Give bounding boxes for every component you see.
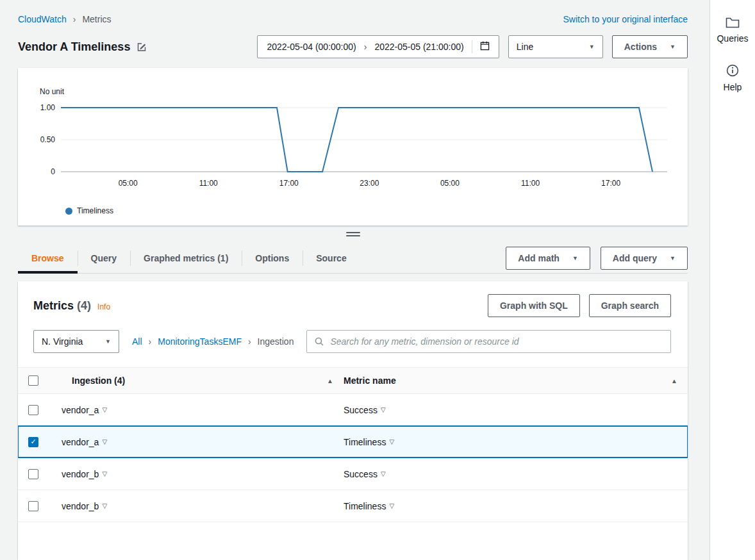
title-row: Vendor A Timeliness 2022-05-04 (00:00:00…	[18, 35, 688, 59]
sort-asc-icon[interactable]: ▲	[671, 377, 677, 384]
svg-text:17:00: 17:00	[601, 179, 620, 188]
row-dimension-cell: vendor_b▽	[54, 469, 344, 479]
row-checkbox-cell: ✓	[18, 437, 54, 447]
filter-caret-icon[interactable]: ▽	[102, 502, 107, 509]
date-range-picker[interactable]: 2022-05-04 (00:00:00) › 2022-05-05 (21:0…	[257, 35, 499, 58]
rail-queries-label: Queries	[717, 33, 748, 44]
row-checkbox[interactable]	[28, 469, 38, 479]
row-metric-cell: Timeliness▽	[344, 437, 688, 447]
graph-with-sql-button[interactable]: Graph with SQL	[488, 294, 580, 317]
table-header-row: Ingestion (4) ▲ Metric name ▲	[18, 367, 688, 394]
metric-name-value: Success	[344, 405, 378, 415]
calendar-icon[interactable]	[480, 41, 490, 53]
path-all-link[interactable]: All	[132, 336, 142, 347]
row-checkbox[interactable]: ✓	[28, 437, 38, 447]
tab-source[interactable]: Source	[303, 243, 360, 273]
main-content: CloudWatch › Metrics Switch to your orig…	[0, 0, 709, 560]
chevron-down-icon: ▼	[670, 44, 676, 50]
row-metric-cell: Success▽	[344, 405, 688, 415]
row-checkbox-cell	[18, 469, 54, 479]
metrics-heading-text: Metrics	[33, 299, 74, 312]
breadcrumb-row: CloudWatch › Metrics Switch to your orig…	[18, 0, 688, 24]
metrics-header-actions: Graph with SQL Graph search	[488, 294, 671, 317]
row-checkbox[interactable]	[28, 405, 38, 415]
chevron-down-icon: ▼	[670, 255, 676, 261]
filter-caret-icon[interactable]: ▽	[102, 438, 107, 445]
chevron-down-icon: ▼	[572, 255, 578, 261]
dimension-value: vendor_a	[62, 437, 99, 447]
edit-title-icon[interactable]	[137, 42, 147, 52]
svg-text:11:00: 11:00	[521, 179, 540, 188]
chart-panel: No unit 00.501.0005:0011:0017:0023:0005:…	[18, 68, 688, 226]
add-math-button[interactable]: Add math ▼	[506, 247, 590, 270]
svg-text:1.00: 1.00	[40, 103, 56, 112]
handle-bar	[346, 232, 360, 233]
tab-options[interactable]: Options	[242, 243, 303, 273]
chart-legend-item[interactable]: Timeliness	[65, 206, 688, 215]
y-axis-unit-label: No unit	[40, 87, 688, 96]
row-checkbox[interactable]	[28, 501, 38, 511]
filter-caret-icon[interactable]: ▽	[389, 502, 394, 509]
row-metric-cell: Timeliness▽	[344, 501, 688, 511]
tab-actions: Add math ▼ Add query ▼	[506, 247, 688, 270]
filter-caret-icon[interactable]: ▽	[102, 470, 107, 477]
dimension-value: vendor_b	[62, 501, 99, 511]
row-dimension-cell: vendor_b▽	[54, 501, 344, 511]
row-checkbox-cell	[18, 405, 54, 415]
chevron-right-icon: ›	[73, 14, 76, 24]
breadcrumb-metrics: Metrics	[82, 14, 111, 24]
tab-graphed-metrics-1[interactable]: Graphed metrics (1)	[130, 243, 242, 273]
timeseries-chart[interactable]: 00.501.0005:0011:0017:0023:0005:0011:001…	[18, 100, 688, 202]
chart-type-select[interactable]: Line ▼	[508, 35, 603, 58]
header-metric-cell[interactable]: Metric name ▲	[344, 375, 688, 386]
right-rail: Queries Help	[709, 0, 755, 560]
actions-button[interactable]: Actions ▼	[612, 35, 688, 58]
table-row[interactable]: vendor_b▽Success▽	[18, 458, 688, 490]
switch-interface-link[interactable]: Switch to your original interface	[563, 14, 688, 24]
app-root: CloudWatch › Metrics Switch to your orig…	[0, 0, 755, 560]
dimension-value: vendor_b	[62, 469, 99, 479]
svg-text:0: 0	[51, 167, 55, 176]
metric-name-value: Timeliness	[344, 437, 386, 447]
graph-search-button[interactable]: Graph search	[589, 294, 671, 317]
select-all-checkbox[interactable]	[28, 375, 38, 386]
chart-type-value: Line	[517, 42, 533, 52]
path-namespace-link[interactable]: MonitoringTasksEMF	[158, 336, 242, 347]
date-end-value[interactable]: 2022-05-05 (21:00:00)	[374, 42, 463, 52]
tab-query[interactable]: Query	[78, 243, 130, 273]
metrics-heading: Metrics (4)	[33, 299, 91, 313]
dimension-value: vendor_a	[62, 405, 99, 415]
metric-name-value: Timeliness	[344, 501, 386, 511]
add-query-label: Add query	[613, 253, 657, 263]
tabs-bar: BrowseQueryGraphed metrics (1)OptionsSou…	[18, 243, 688, 274]
filter-caret-icon[interactable]: ▽	[381, 470, 386, 477]
breadcrumb-cloudwatch-link[interactable]: CloudWatch	[18, 14, 67, 24]
tab-browse[interactable]: Browse	[18, 243, 78, 273]
svg-text:17:00: 17:00	[279, 179, 299, 188]
metrics-filter-row: N. Virginia ▼ All › MonitoringTasksEMF ›…	[18, 330, 688, 353]
filter-caret-icon[interactable]: ▽	[389, 438, 394, 445]
row-checkbox-cell	[18, 501, 54, 511]
metrics-header: Metrics (4) Info Graph with SQL Graph se…	[18, 294, 688, 317]
region-select[interactable]: N. Virginia ▼	[33, 330, 119, 353]
date-start-value[interactable]: 2022-05-04 (00:00:00)	[267, 42, 356, 52]
search-input[interactable]	[306, 330, 671, 353]
row-metric-cell: Success▽	[344, 469, 688, 479]
info-link[interactable]: Info	[97, 302, 110, 311]
info-circle-icon	[726, 64, 739, 77]
rail-item-help[interactable]: Help	[724, 64, 742, 92]
add-query-button[interactable]: Add query ▼	[601, 247, 688, 270]
header-dimension-cell[interactable]: Ingestion (4) ▲	[54, 375, 344, 386]
rail-item-queries[interactable]: Queries	[717, 17, 748, 44]
chevron-right-icon: ›	[248, 336, 251, 347]
table-row[interactable]: vendor_b▽Timeliness▽	[18, 490, 688, 522]
split-panel-resize-handle[interactable]	[18, 226, 688, 242]
filter-caret-icon[interactable]: ▽	[102, 406, 107, 413]
filter-caret-icon[interactable]: ▽	[381, 406, 386, 413]
svg-text:05:00: 05:00	[440, 179, 460, 188]
sort-asc-icon[interactable]: ▲	[327, 377, 333, 384]
table-row[interactable]: vendor_a▽Success▽	[18, 394, 688, 426]
column-header-label: Ingestion (4)	[72, 375, 125, 386]
metrics-path-breadcrumb: All › MonitoringTasksEMF › Ingestion	[132, 336, 294, 347]
table-row[interactable]: ✓vendor_a▽Timeliness▽	[18, 426, 688, 458]
